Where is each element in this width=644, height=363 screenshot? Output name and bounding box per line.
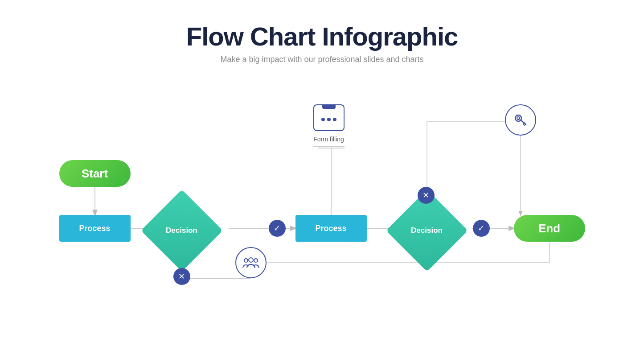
process1-node: Process [59, 215, 131, 242]
header: Flow Chart Infographic Make a big impact… [186, 21, 458, 64]
check-icon-2: ✓ [478, 223, 484, 233]
page-subtitle: Make a big impact with our professional … [186, 55, 458, 64]
process1-label: Process [79, 224, 110, 233]
page-wrapper: Flow Chart Infographic Make a big impact… [0, 0, 644, 363]
decision2-check-badge: ✓ [473, 220, 490, 237]
decision1-x-badge: ✕ [173, 268, 190, 285]
form-filling-label: Form filling [313, 136, 344, 143]
x-icon: ✕ [178, 272, 185, 281]
key-icon-group [505, 104, 536, 136]
check-icon: ✓ [274, 223, 280, 233]
svg-point-21 [254, 259, 258, 262]
decision1-label: Decision [153, 226, 211, 235]
team-icon [242, 255, 260, 271]
key-icon [513, 112, 529, 128]
end-label: End [538, 222, 560, 235]
svg-point-15 [517, 117, 520, 120]
decision2-node: Decision [398, 202, 456, 260]
decision2-label: Decision [398, 226, 456, 235]
team-icon-group [235, 247, 267, 278]
start-node: Start [59, 160, 131, 187]
form-filling-icon-group: Form filling [313, 104, 345, 147]
page-title: Flow Chart Infographic [186, 21, 458, 51]
svg-point-19 [249, 258, 253, 262]
svg-line-18 [525, 124, 525, 126]
decision1-node: Decision [153, 202, 211, 260]
flowchart: Start Process Decision ✓ ✕ Process Decis… [33, 82, 612, 314]
process2-node: Process [295, 215, 367, 242]
decision1-check-badge: ✓ [269, 220, 286, 237]
x-icon-2: ✕ [422, 190, 429, 200]
decision2-x-badge: ✕ [418, 187, 435, 204]
start-label: Start [82, 167, 108, 181]
end-node: End [514, 215, 585, 242]
process2-label: Process [315, 224, 346, 233]
svg-point-20 [244, 259, 248, 262]
form-filling-underline [313, 146, 345, 147]
